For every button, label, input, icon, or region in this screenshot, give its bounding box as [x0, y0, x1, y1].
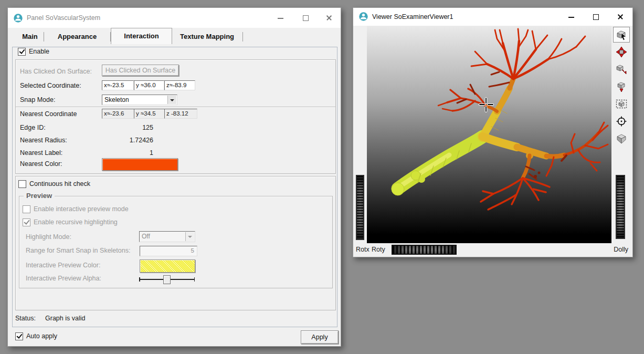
viewer-window-title: Viewer SoExaminerViewer1: [372, 8, 453, 26]
maximize-button[interactable]: [586, 8, 604, 26]
nearest-coordinate-label: Nearest Coordinate: [20, 110, 77, 118]
edge-id-label: Edge ID:: [20, 124, 46, 131]
seek-crosshair-icon: [615, 115, 628, 128]
nearest-label-value: 1: [102, 149, 153, 157]
nearest-radius-label: Nearest Radius:: [20, 137, 67, 144]
selected-coordinate-label: Selected Coordinate:: [20, 82, 81, 89]
nearest-x-field: x≈-23.6: [102, 109, 135, 119]
continuous-hit-check-checkbox[interactable]: [18, 180, 26, 188]
recursive-highlighting-checkbox[interactable]: [23, 218, 30, 226]
interactive-preview-color-swatch[interactable]: [140, 259, 195, 273]
snap-mode-label: Snap Mode:: [20, 96, 55, 103]
range-smart-snap-field: 5: [140, 246, 197, 256]
tab-interaction[interactable]: Interaction: [111, 28, 172, 44]
has-clicked-button: Has Clicked On Surface: [102, 65, 179, 76]
maximize-button[interactable]: [296, 8, 314, 28]
slider-tick: [139, 277, 140, 282]
examine-rotate-mode-button[interactable]: [613, 44, 630, 60]
app-logo-icon: [14, 14, 23, 23]
app-logo-icon: [359, 12, 368, 21]
highlight-mode-value: Off: [142, 233, 150, 240]
tab-texture-mapping[interactable]: Texture Mapping: [172, 29, 242, 44]
set-home-position-button[interactable]: [613, 79, 630, 95]
has-clicked-label: Has Clicked On Surface:: [20, 68, 92, 75]
panel-window: Panel SoVascularSystem Main Appearance I…: [7, 7, 341, 347]
roty-thumbwheel[interactable]: [392, 245, 457, 255]
group-separator: [16, 107, 335, 107]
slider-tick: [194, 277, 195, 282]
panel-window-title: Panel SoVascularSystem: [27, 8, 100, 28]
camera-type-button[interactable]: [613, 131, 630, 147]
panel-titlebar[interactable]: Panel SoVascularSystem: [8, 8, 341, 28]
interactive-preview-alpha-slider[interactable]: [139, 275, 195, 283]
nearest-radius-value: 1.72426: [102, 137, 153, 144]
edge-id-value: 125: [102, 124, 153, 131]
viewer-bottom-bar: Rotx Roty Dolly: [353, 243, 632, 257]
left-decoration-strip: [353, 26, 367, 243]
viewer-toolbar: [613, 27, 630, 147]
nearest-y-field: y ≈34.5: [134, 109, 165, 119]
range-smart-snap-label: Range for Smart Snap in Skeletons:: [26, 247, 130, 254]
view-all-icon: [615, 98, 628, 110]
nearest-z-field: z -83.12: [164, 109, 197, 119]
interaction-groupbox: Has Clicked On Surface: Has Clicked On S…: [15, 59, 336, 174]
preview-group-title: Preview: [24, 192, 55, 200]
minimize-button[interactable]: [562, 8, 580, 26]
select-pick-mode-button[interactable]: [613, 27, 630, 43]
slider-handle[interactable]: [163, 275, 171, 284]
right-decoration-strip: [611, 26, 632, 243]
interactive-preview-mode-checkbox[interactable]: [23, 205, 30, 213]
auto-apply-label: Auto apply: [26, 332, 57, 340]
vascular-tree-render: [367, 26, 611, 243]
roty-label: Roty: [372, 246, 385, 253]
nearest-color-swatch[interactable]: [102, 158, 178, 171]
highlight-mode-label: Highlight Mode:: [26, 233, 71, 241]
desktop: Panel SoVascularSystem Main Appearance I…: [0, 0, 644, 354]
status-label: Status:: [15, 315, 36, 322]
seek-object-icon: [615, 63, 628, 76]
interactive-preview-mode-label: Enable interactive preview mode: [34, 205, 129, 213]
rotx-label: Rotx: [356, 246, 369, 253]
minimize-button[interactable]: [271, 8, 289, 28]
hitcheck-groupbox: Continuous hit check Preview Enable inte…: [15, 176, 336, 310]
enable-checkbox[interactable]: [18, 48, 26, 56]
interactive-preview-color-label: Interactive Preview Color:: [26, 262, 100, 269]
select-pick-icon: [615, 28, 628, 41]
preview-groupbox: Preview Enable interactive preview mode …: [19, 196, 333, 288]
close-button[interactable]: [611, 8, 629, 26]
chevron-down-icon[interactable]: [167, 96, 176, 104]
view-all-button[interactable]: [613, 96, 630, 112]
viewer-window: Viewer SoExaminerViewer1: [353, 7, 633, 257]
chevron-down-icon: [185, 232, 194, 241]
nearest-label-label: Nearest Label:: [20, 149, 62, 157]
continuous-hit-check-label: Continuous hit check: [29, 180, 90, 188]
viewer-titlebar[interactable]: Viewer SoExaminerViewer1: [353, 8, 632, 26]
selected-z-field[interactable]: z≈-83.9: [164, 80, 195, 90]
interactive-preview-alpha-label: Interactive Preview Alpha:: [26, 275, 101, 282]
nearest-color-label: Nearest Color:: [20, 160, 62, 168]
enable-label: Enable: [29, 48, 49, 55]
set-home-icon: [615, 80, 628, 93]
selected-y-field[interactable]: y ≈36.0: [134, 80, 164, 90]
status-value: Graph is valid: [45, 315, 85, 322]
close-button[interactable]: [320, 8, 337, 28]
selected-x-field[interactable]: x≈-23.5: [102, 80, 134, 90]
tab-main[interactable]: Main: [16, 29, 44, 44]
dolly-thumbwheel[interactable]: [616, 175, 625, 239]
tab-appearance[interactable]: Appearance: [44, 29, 110, 44]
apply-button[interactable]: Apply: [301, 330, 339, 344]
auto-apply-checkbox[interactable]: [15, 332, 23, 340]
examine-rotate-icon: [615, 46, 628, 58]
tab-separator: [242, 32, 243, 41]
tab-bar: Main Appearance Interaction Texture Mapp…: [8, 28, 341, 44]
highlight-mode-dropdown: Off: [139, 231, 195, 242]
snap-mode-value: Skeleton: [104, 96, 129, 103]
seek-to-point-button[interactable]: [613, 61, 630, 77]
camera-type-icon: [615, 132, 628, 145]
snap-mode-dropdown[interactable]: Skeleton: [102, 95, 177, 105]
seek-crosshair-button[interactable]: [613, 113, 630, 129]
rotx-thumbwheel[interactable]: [356, 175, 364, 240]
dolly-label: Dolly: [614, 246, 628, 253]
3d-viewport[interactable]: [367, 26, 611, 243]
recursive-highlighting-label: Enable recursive highlighting: [34, 218, 118, 226]
